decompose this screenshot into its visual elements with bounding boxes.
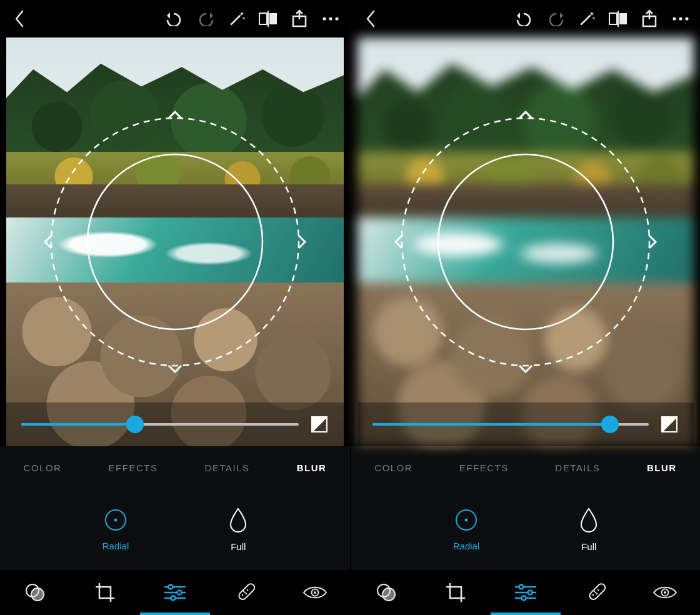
svg-point-41 [382, 588, 395, 601]
option-full-label: Full [581, 541, 596, 552]
tab-effects[interactable]: EFFECTS [459, 462, 509, 473]
before-after-toggle[interactable] [310, 415, 329, 434]
more-button[interactable] [665, 0, 696, 38]
svg-point-53 [596, 593, 598, 595]
svg-point-32 [672, 17, 676, 20]
before-after-toggle[interactable] [660, 415, 679, 434]
svg-rect-29 [619, 13, 627, 24]
svg-rect-20 [238, 582, 256, 601]
auto-enhance-button[interactable] [221, 0, 252, 38]
nav-crop[interactable] [86, 574, 124, 611]
canvas-area [0, 38, 350, 446]
photo-scene [6, 38, 344, 446]
svg-point-33 [679, 17, 682, 20]
svg-point-45 [519, 585, 523, 589]
nav-redeye[interactable] [646, 574, 684, 611]
option-radial[interactable]: Radial [102, 508, 129, 551]
bottom-nav [351, 570, 700, 615]
tab-details[interactable]: DETAILS [205, 462, 250, 473]
svg-point-24 [243, 591, 245, 592]
svg-point-21 [242, 594, 244, 596]
svg-point-27 [314, 591, 316, 594]
undo-button[interactable] [509, 0, 540, 38]
canvas-area [351, 38, 700, 446]
blur-slider[interactable] [372, 423, 649, 426]
svg-point-55 [664, 591, 666, 594]
tab-blur[interactable]: BLUR [297, 462, 327, 473]
drop-icon [579, 508, 598, 532]
undo-button[interactable] [159, 0, 190, 38]
blur-options: Radial Full [351, 489, 700, 570]
screen-right: COLOR EFFECTS DETAILS BLUR Radial Full [350, 0, 700, 615]
svg-point-22 [244, 592, 246, 594]
nav-filters[interactable] [16, 574, 54, 611]
tab-blur[interactable]: BLUR [647, 462, 677, 473]
nav-filters[interactable] [368, 574, 405, 611]
blur-slider[interactable] [21, 423, 299, 426]
svg-point-19 [171, 596, 176, 601]
svg-point-6 [335, 17, 338, 20]
option-radial-label: Radial [102, 541, 129, 551]
radial-icon [104, 508, 128, 532]
nav-adjust[interactable] [507, 574, 544, 611]
blur-slider-strip [358, 402, 694, 446]
svg-point-13 [31, 588, 44, 601]
svg-point-18 [178, 591, 182, 595]
nav-heal[interactable] [226, 574, 264, 611]
share-button[interactable] [284, 0, 315, 38]
photo[interactable] [358, 38, 694, 446]
back-button[interactable] [355, 0, 386, 38]
nav-adjust[interactable] [156, 574, 194, 611]
radial-icon [454, 508, 478, 532]
svg-point-50 [594, 592, 596, 594]
photo[interactable] [6, 38, 344, 446]
svg-point-5 [329, 17, 332, 20]
tab-effects[interactable]: EFFECTS [109, 462, 158, 473]
svg-point-39 [465, 518, 468, 521]
nav-heal[interactable] [577, 574, 614, 611]
option-full-label: Full [231, 541, 246, 552]
option-full[interactable]: Full [579, 508, 598, 552]
blur-options: Radial Full [0, 489, 350, 570]
tab-color[interactable]: COLOR [374, 462, 412, 473]
top-toolbar [351, 0, 700, 38]
svg-point-46 [528, 591, 532, 595]
top-toolbar [0, 0, 350, 38]
split-compare-button[interactable] [602, 0, 634, 38]
option-radial[interactable]: Radial [453, 508, 480, 551]
nav-indicator [491, 612, 561, 615]
share-button[interactable] [634, 0, 665, 38]
option-full[interactable]: Full [229, 508, 248, 552]
svg-rect-1 [269, 13, 277, 24]
svg-rect-28 [609, 13, 617, 24]
blur-slider-strip [6, 402, 344, 446]
auto-enhance-button[interactable] [571, 0, 602, 38]
redo-button[interactable] [540, 0, 571, 38]
svg-point-17 [169, 585, 173, 589]
svg-point-23 [247, 589, 249, 591]
redo-button[interactable] [190, 0, 221, 38]
nav-crop[interactable] [437, 574, 474, 611]
split-compare-button[interactable] [252, 0, 284, 38]
screen-left: COLOR EFFECTS DETAILS BLUR Radial Full [0, 0, 350, 615]
more-button[interactable] [315, 0, 346, 38]
tab-details[interactable]: DETAILS [555, 462, 600, 473]
svg-point-52 [593, 591, 595, 592]
adjust-tabs: COLOR EFFECTS DETAILS BLUR [0, 446, 350, 489]
svg-point-4 [322, 17, 326, 20]
svg-point-49 [592, 594, 594, 596]
tab-color[interactable]: COLOR [24, 462, 62, 473]
svg-point-25 [246, 593, 248, 595]
nav-redeye[interactable] [296, 574, 334, 611]
svg-rect-48 [588, 582, 607, 601]
svg-rect-0 [259, 13, 267, 24]
back-button[interactable] [4, 0, 35, 38]
svg-point-51 [597, 589, 599, 591]
svg-point-34 [685, 17, 688, 20]
photo-scene-blurred [358, 38, 694, 446]
drop-icon [229, 508, 248, 532]
svg-point-47 [521, 596, 526, 601]
bottom-nav [0, 570, 350, 615]
option-radial-label: Radial [453, 541, 480, 551]
adjust-tabs: COLOR EFFECTS DETAILS BLUR [351, 446, 700, 489]
